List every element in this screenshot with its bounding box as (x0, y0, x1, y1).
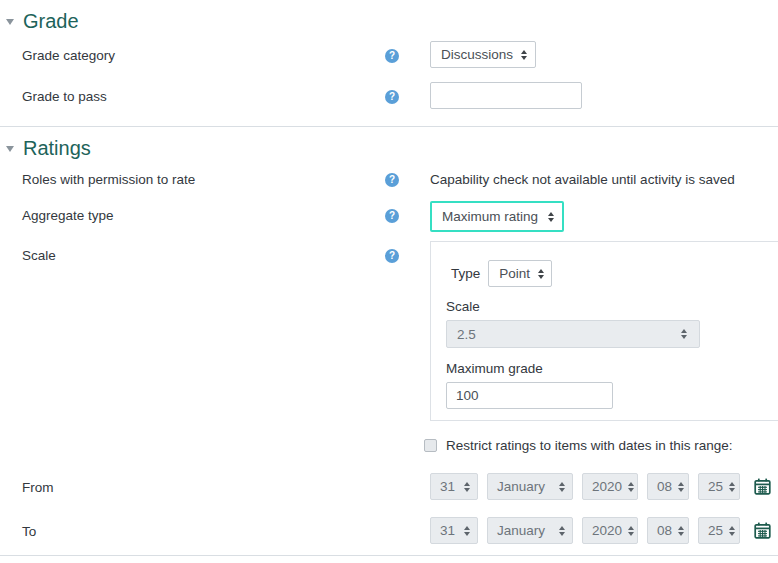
aggregate-type-value: Maximum rating (442, 209, 538, 224)
to-minute-value: 25 (708, 523, 723, 538)
scale-value: 2.5 (457, 327, 476, 342)
section-ratings-header[interactable]: Ratings (0, 137, 778, 159)
to-day-value: 31 (440, 523, 455, 538)
maximum-grade-label: Maximum grade (446, 360, 778, 377)
to-label: To (22, 517, 385, 540)
select-arrows-icon (559, 482, 565, 492)
from-minute-select[interactable]: 25 (698, 473, 740, 500)
from-year-select[interactable]: 2020 (582, 473, 638, 500)
select-arrows-icon (548, 212, 554, 222)
from-row: From 31 January 2020 08 25 (0, 473, 778, 500)
restrict-ratings-row: Restrict ratings to items with dates in … (430, 437, 778, 454)
to-hour-value: 08 (657, 523, 672, 538)
select-arrows-icon (628, 526, 634, 536)
grade-category-row: Grade category ? Discussions (0, 41, 778, 68)
to-minute-select[interactable]: 25 (698, 517, 740, 544)
restrict-ratings-checkbox[interactable] (424, 439, 437, 452)
scale-type-select[interactable]: Point (488, 260, 552, 287)
from-year-value: 2020 (592, 479, 622, 494)
grade-to-pass-input[interactable] (430, 82, 582, 109)
scale-type-value: Point (499, 266, 530, 281)
section-grade-title: Grade (23, 10, 79, 32)
to-year-value: 2020 (592, 523, 622, 538)
help-icon[interactable]: ? (385, 173, 399, 187)
from-hour-select[interactable]: 08 (647, 473, 689, 500)
maximum-grade-input[interactable] (446, 382, 613, 409)
to-row: To 31 January 2020 08 25 (0, 517, 778, 544)
select-arrows-icon (628, 482, 634, 492)
roles-status-text: Capability check not available until act… (430, 165, 778, 188)
calendar-icon[interactable] (754, 478, 771, 495)
aggregate-type-select[interactable]: Maximum rating (430, 201, 564, 232)
section-grade-header[interactable]: Grade (0, 10, 778, 32)
from-minute-value: 25 (708, 479, 723, 494)
from-label: From (22, 473, 385, 496)
select-arrows-icon (678, 526, 684, 536)
aggregate-type-row: Aggregate type ? Maximum rating (0, 201, 778, 232)
scale-row: Scale ? Type Point Scale 2.5 Maximum gra… (0, 241, 778, 421)
select-arrows-icon (464, 482, 470, 492)
scale-select-label: Scale (446, 298, 778, 315)
to-month-select[interactable]: January (487, 517, 573, 544)
help-icon[interactable]: ? (385, 249, 399, 263)
to-month-value: January (497, 523, 545, 538)
grade-to-pass-row: Grade to pass ? (0, 82, 778, 109)
roles-row: Roles with permission to rate ? Capabili… (0, 165, 778, 188)
select-arrows-icon (729, 526, 735, 536)
select-arrows-icon (464, 526, 470, 536)
to-hour-select[interactable]: 08 (647, 517, 689, 544)
to-year-select[interactable]: 2020 (582, 517, 638, 544)
from-day-value: 31 (440, 479, 455, 494)
select-arrows-icon (559, 526, 565, 536)
from-month-select[interactable]: January (487, 473, 573, 500)
select-arrows-icon (538, 269, 544, 279)
roles-label: Roles with permission to rate (22, 165, 385, 188)
help-icon[interactable]: ? (385, 209, 399, 223)
select-arrows-icon (681, 329, 687, 339)
to-day-select[interactable]: 31 (430, 517, 478, 544)
select-arrows-icon (729, 482, 735, 492)
select-arrows-icon (678, 482, 684, 492)
grade-category-value: Discussions (441, 47, 513, 62)
scale-group-box: Type Point Scale 2.5 Maximum grade (430, 241, 778, 421)
from-day-select[interactable]: 31 (430, 473, 478, 500)
grade-category-label: Grade category (22, 41, 385, 64)
scale-type-label: Type (451, 266, 480, 281)
calendar-icon[interactable] (754, 522, 771, 539)
help-icon[interactable]: ? (385, 49, 399, 63)
from-month-value: January (497, 479, 545, 494)
section-ratings-title: Ratings (23, 137, 91, 159)
section-divider (0, 126, 778, 127)
scale-label: Scale (22, 241, 385, 264)
grade-category-select[interactable]: Discussions (430, 41, 536, 68)
aggregate-type-label: Aggregate type (22, 201, 385, 224)
scale-select[interactable]: 2.5 (446, 320, 700, 348)
section-divider (0, 555, 778, 556)
from-hour-value: 08 (657, 479, 672, 494)
restrict-ratings-label: Restrict ratings to items with dates in … (446, 437, 733, 454)
collapse-caret-icon (6, 146, 14, 152)
grade-to-pass-label: Grade to pass (22, 82, 385, 105)
collapse-caret-icon (6, 19, 14, 25)
help-icon[interactable]: ? (385, 90, 399, 104)
select-arrows-icon (521, 50, 527, 60)
